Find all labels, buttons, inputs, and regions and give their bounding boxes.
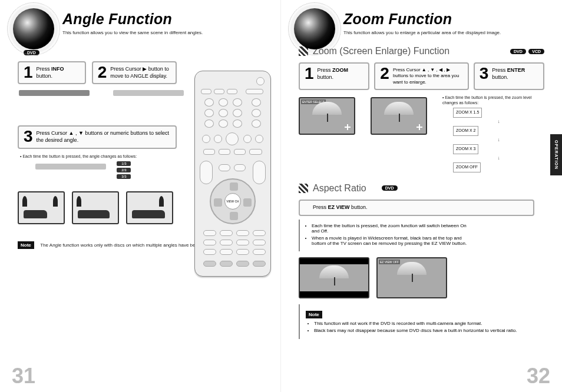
step-post-text: button. [318, 74, 334, 80]
remote-stop-btn [226, 132, 239, 145]
zoom-level-sequence: ZOOM X 1.5 ↓ ZOOM X 2 ↓ ZOOM X 3 ↓ ZOOM … [453, 108, 544, 172]
remote-numpad-btn [252, 98, 261, 107]
remote-small-button [253, 261, 266, 267]
step-text: Press ENTER button. [492, 67, 538, 81]
dpad-left-icon [214, 198, 222, 207]
step-text: Press Cursor ▶ button to move to ANGLE d… [110, 66, 171, 79]
step-number: 3 [480, 67, 489, 80]
ezview-preview-thumb: EZ VIEW [299, 257, 369, 298]
step-text: Press INFO button. [37, 66, 80, 79]
remote-small-button [203, 240, 216, 245]
remote-numpad-btn [233, 98, 242, 107]
step-pre-text: Press [313, 204, 328, 210]
page-subtitle: This function allows you to enlarge a pa… [343, 30, 544, 35]
remote-numpad-btn [204, 109, 214, 117]
remote-numpad-btn [252, 119, 261, 128]
angle-preview-thumb [72, 191, 119, 224]
aspect-bullet: Each time the button is pressed, the zoo… [312, 223, 475, 234]
remote-numpad-btn [204, 98, 214, 107]
step-text: Press Cursor ▲ , ▼ , ◀ , ▶ buttons to mo… [393, 67, 463, 85]
aspect-step-card: Press EZ VIEW button. [299, 200, 534, 216]
step-number: 2 [380, 67, 389, 80]
remote-small-button [203, 261, 216, 267]
tv-overlay-label: EZ VIEW OFF [379, 260, 400, 264]
step-post-text: button. [492, 74, 508, 80]
note-label: Note [18, 241, 34, 249]
remote-numpad-btn [204, 119, 214, 128]
arrow-down-icon: ↓ [453, 136, 544, 144]
step-number: 2 [98, 66, 107, 79]
remote-small-button [236, 261, 249, 267]
page-number: 32 [527, 364, 550, 388]
remote-numpad-btn [233, 109, 242, 117]
remote-small-button [234, 164, 246, 171]
page-31: Angle Function This function allows you … [0, 0, 281, 392]
speaker-decoration [294, 8, 335, 49]
remote-numpad-btn [219, 119, 228, 128]
step-pre-text: Press [492, 67, 507, 73]
page-subtitle: This function allows you to view the sam… [62, 30, 263, 35]
zoom-each-text: Each time the button is pressed, the zoo… [442, 95, 532, 105]
osd-strip [35, 164, 106, 170]
remote-small-button [219, 164, 230, 171]
remote-small-button [236, 240, 249, 245]
remote-small-button [203, 149, 215, 155]
remote-small-button [253, 249, 266, 255]
remote-small-button [219, 149, 230, 155]
remote-transport-btn [202, 135, 210, 143]
badge-vcd: VCD [528, 49, 544, 54]
arrow-down-icon: ↓ [453, 154, 544, 162]
zoom-step-1-card: 1 Press ZOOM button. [299, 62, 369, 90]
dpad-up-icon [230, 182, 238, 191]
zoom-preview-thumb: ENTER SELECT [299, 97, 355, 135]
remote-illustration: VIEW CH [194, 71, 271, 277]
step-number: 1 [305, 67, 314, 80]
step-text: Press Cursor ▲ , ▼ buttons or numeric bu… [37, 130, 171, 144]
osd-strip [113, 90, 184, 96]
remote-transport-btn [255, 135, 263, 143]
speaker-decoration [13, 8, 54, 49]
zoom-level-badge: ZOOM OFF [453, 162, 481, 172]
remote-small-button [220, 249, 233, 255]
remote-small-button [236, 230, 249, 236]
step-post-text: button. [350, 204, 368, 210]
note-bullet: Black bars may not disappear because som… [314, 328, 534, 333]
step-bold-text: EZ VIEW [328, 204, 350, 210]
remote-numpad-btn [219, 98, 228, 107]
remote-small-button [253, 230, 266, 236]
badge-dvd: DVD [510, 49, 526, 54]
step-bold-text: INFO [51, 66, 64, 72]
remote-vol-rocker [200, 161, 213, 184]
angle-badges-column: 1/3 2/3 3/3 [117, 161, 131, 181]
remote-small-button [214, 89, 224, 94]
remote-small-button [246, 89, 263, 94]
angle-step-3-card: 3 Press Cursor ▲ , ▼ buttons or numeric … [18, 125, 177, 148]
remote-dpad: VIEW CH [210, 178, 256, 224]
remote-enter-button: VIEW CH [224, 193, 241, 210]
remote-small-button [220, 261, 233, 267]
page-title: Zoom Function [343, 11, 544, 28]
remote-ch-rocker [253, 161, 266, 184]
crosshair-icon [345, 124, 351, 130]
page-number: 31 [12, 364, 35, 388]
crosshair-icon [416, 124, 422, 130]
page-title: Angle Function [62, 11, 263, 28]
angle-preview-thumb [126, 191, 173, 224]
remote-power-button [256, 77, 265, 85]
step-number: 3 [24, 130, 33, 143]
step-post-text: button. [37, 73, 53, 79]
aspect-notes-strip: Each time the button is pressed, the zoo… [299, 220, 481, 251]
zoom-level-badge: ZOOM X 1.5 [453, 108, 482, 118]
badge-dvd: DVD [382, 185, 398, 191]
step-pre-text: Press [37, 66, 52, 72]
remote-small-button [201, 89, 211, 94]
remote-small-button [227, 89, 237, 94]
zoom-step-3-card: 3 Press ENTER button. [474, 62, 544, 90]
remote-small-button [234, 149, 246, 155]
ezview-preview-thumb: EZ VIEW OFF [376, 257, 447, 298]
angle-badge: 3/3 [117, 174, 131, 179]
section-marker-icon [299, 184, 308, 193]
angle-badge: 1/3 [117, 161, 131, 166]
aspect-bullet: When a movie is played in Widescreen for… [312, 235, 475, 246]
page-32: OPERATION Zoom Function This function al… [281, 0, 562, 392]
